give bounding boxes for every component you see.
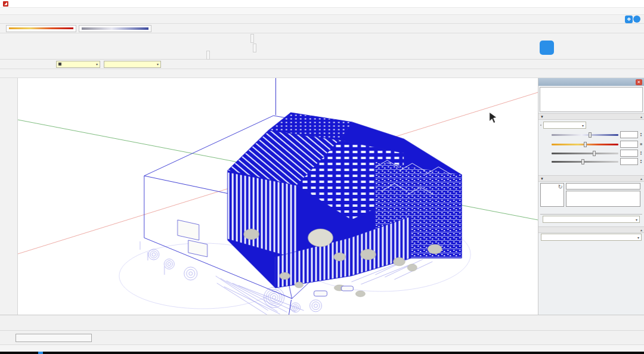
section-collapse-icon[interactable]: ▴ xyxy=(640,228,642,232)
time-gradient xyxy=(82,27,148,30)
display-label xyxy=(540,167,642,173)
mini-toolbar-3 xyxy=(206,51,210,60)
chevron-down-icon: ▾ xyxy=(96,62,98,66)
section-collapse-icon[interactable]: ▴ xyxy=(640,114,642,119)
style-collection-dropdown[interactable]: ▾ xyxy=(543,216,640,223)
material-collection-dropdown[interactable]: ▾ xyxy=(541,234,642,241)
collapse-triangle-icon: ▼ xyxy=(540,177,544,181)
viewport[interactable] xyxy=(18,78,538,315)
mouse-cursor xyxy=(490,113,496,123)
style-description-field[interactable] xyxy=(566,191,640,207)
chevron-down-icon: ▾ xyxy=(636,218,637,222)
chevron-down-icon: ▾ xyxy=(582,123,584,128)
chevron-down-icon: ▾ xyxy=(637,235,639,240)
layer-dropdown[interactable]: ▾ xyxy=(56,61,100,68)
date-picker-icon[interactable]: ▦ xyxy=(640,143,642,145)
mini-toolbar-1 xyxy=(250,34,254,43)
model-wireframe[interactable] xyxy=(228,113,462,288)
bottom-toolbar-1 xyxy=(0,315,644,330)
cloud-render-logo-icon[interactable]: ❖ xyxy=(625,15,633,23)
floating-toolbars-zone xyxy=(0,33,644,60)
menu-bar xyxy=(0,8,644,15)
viewport-canvas xyxy=(18,78,538,315)
shadow-time-slider[interactable] xyxy=(79,25,151,32)
style-name-field[interactable] xyxy=(566,183,640,190)
sketchup-app-icon xyxy=(3,1,8,7)
cloud-upload-toolbar: ❖ xyxy=(623,15,643,23)
measurements-input[interactable] xyxy=(16,334,92,342)
taskbar-app-icon[interactable] xyxy=(38,352,43,354)
styles-tabs xyxy=(540,207,642,215)
light-stepper[interactable]: ▲▼ xyxy=(640,151,642,156)
light-slider[interactable] xyxy=(552,151,618,156)
floating-plugin-logo-icon[interactable] xyxy=(540,41,554,55)
utc-dropdown[interactable]: ▾ xyxy=(543,122,586,129)
shadow-date-slider[interactable] xyxy=(6,25,76,32)
style-preview-thumb[interactable]: ↻ xyxy=(540,183,564,207)
orbit-arrows-icon: ↻ xyxy=(558,184,563,190)
chevron-down-icon: ▾ xyxy=(157,62,159,66)
large-tool-set xyxy=(0,78,18,315)
toolbar-row-1: ❖ xyxy=(0,15,644,24)
status-bar xyxy=(0,344,644,352)
materials-section-header[interactable]: ▴ xyxy=(538,226,644,233)
time-value-field[interactable] xyxy=(620,131,638,138)
time-slider[interactable] xyxy=(552,132,618,138)
default-tray: ✕ ▼ ▴ ▾ xyxy=(538,78,644,315)
entity-info-panel[interactable] xyxy=(540,87,643,112)
tray-close-icon[interactable]: ✕ xyxy=(636,79,642,85)
date-value-field[interactable] xyxy=(620,141,638,148)
light-value-field[interactable] xyxy=(620,150,638,157)
toolbar-row-2 xyxy=(0,24,644,33)
time-stepper[interactable]: ▲▼ xyxy=(640,132,642,137)
toolbar-row-7 xyxy=(0,69,644,78)
date-gradient xyxy=(9,27,73,29)
sketchup-window: ❖ ▾ xyxy=(0,0,644,354)
toolbar-row-6: ▾ ▾ xyxy=(0,60,644,69)
shadows-section-header[interactable]: ▼ ▴ xyxy=(538,113,644,120)
bottom-toolbar-2 xyxy=(0,330,644,344)
section-collapse-icon[interactable]: ▴ xyxy=(640,176,642,181)
styles-section-header[interactable]: ▼ ▴ xyxy=(538,175,644,182)
date-slider[interactable] xyxy=(552,142,618,147)
type-dropdown[interactable]: ▾ xyxy=(104,61,161,68)
mini-toolbar-2 xyxy=(253,44,256,52)
material-swatches xyxy=(538,241,644,243)
cloud-upload-button[interactable] xyxy=(633,15,640,23)
shadows-panel: ▾ ▲▼ xyxy=(538,120,644,175)
title-bar xyxy=(0,0,644,8)
collapse-triangle-icon: ▼ xyxy=(540,115,544,119)
dark-value-field[interactable] xyxy=(620,158,638,165)
styles-panel: ↻ ▾ xyxy=(538,182,644,226)
dark-slider[interactable] xyxy=(552,159,618,164)
style-thumbnails xyxy=(540,224,642,225)
tray-header: ✕ xyxy=(538,78,644,86)
layer-color-chip xyxy=(58,63,61,66)
dark-stepper[interactable]: ▲▼ xyxy=(640,159,642,164)
windows-taskbar[interactable] xyxy=(0,352,644,354)
